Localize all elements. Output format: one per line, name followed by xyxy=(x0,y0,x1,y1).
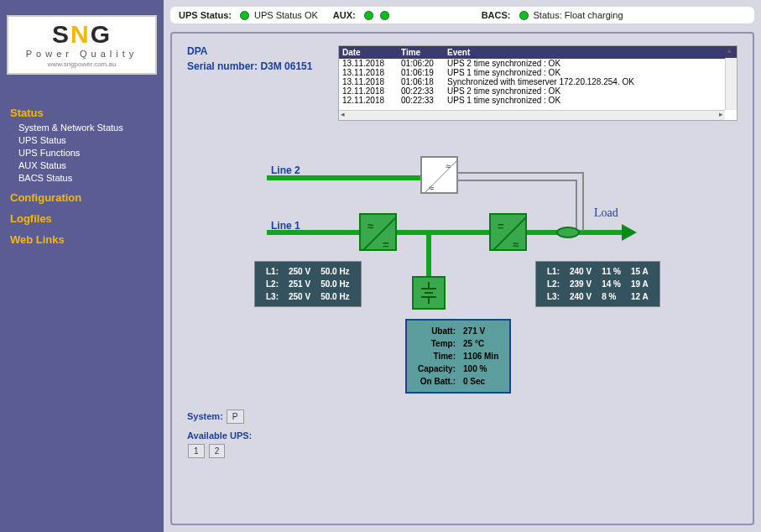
output-switch xyxy=(556,227,580,238)
rectifier-block: ≈ = xyxy=(359,213,397,251)
logo-brand: SNG xyxy=(12,22,152,47)
nav-weblinks[interactable]: Web Links xyxy=(10,233,154,246)
nav-status[interactable]: Status xyxy=(10,107,154,119)
load-label: Load xyxy=(594,206,618,220)
status-bar: UPS Status: UPS Status OK AUX: BACS: Sta… xyxy=(170,7,754,23)
system-label: System: xyxy=(187,411,223,421)
inverter-block: = ≈ xyxy=(489,213,527,251)
aux-led-1-icon xyxy=(364,11,373,20)
battery-wire xyxy=(426,232,431,279)
event-log[interactable]: DateTimeEvent 13.11.201801:06:20UPS 2 ti… xyxy=(338,45,738,121)
svg-text:≈: ≈ xyxy=(429,183,434,193)
available-ups-label: Available UPS: xyxy=(187,430,252,441)
output-phase-readings: L1:240 V11 %15 A L2:239 V14 %19 A L3:240… xyxy=(535,261,660,307)
svg-text:=: = xyxy=(498,220,504,232)
line2-label: Line 2 xyxy=(271,164,300,176)
battery-readings: Ubatt:271 V Temp:25 °C Time:1106 Min Cap… xyxy=(405,319,511,394)
system-p-button[interactable]: P xyxy=(227,409,244,424)
ups-diagram: Line 2 Line 1 Load ≈ xyxy=(187,146,738,406)
log-header: DateTimeEvent xyxy=(339,46,737,59)
log-row: 12.11.201800:22:33UPS 1 time synchronize… xyxy=(339,96,737,105)
nav-item-bacs-status[interactable]: BACS Status xyxy=(18,173,154,183)
ups-status-label: UPS Status: xyxy=(179,10,232,20)
nav-item-ups-status[interactable]: UPS Status xyxy=(18,135,154,145)
ups-2-button[interactable]: 2 xyxy=(209,444,226,458)
svg-text:≈: ≈ xyxy=(513,238,519,251)
svg-text:≈: ≈ xyxy=(367,220,373,232)
ups-status-value: UPS Status OK xyxy=(254,10,318,20)
input-phase-readings: L1:250 V50.0 Hz L2:251 V50.0 Hz L3:250 V… xyxy=(254,261,362,307)
logo: SNG Power Quality www.sngpower.com.au xyxy=(7,15,157,75)
nav: Status System & Network Status UPS Statu… xyxy=(0,81,164,266)
aux-label: AUX: xyxy=(333,10,356,20)
nav-item-system[interactable]: System & Network Status xyxy=(18,123,154,133)
bacs-value: Status: Float charging xyxy=(534,10,623,20)
logo-url: www.sngpower.com.au xyxy=(12,60,152,68)
main: UPS Status: UPS Status OK AUX: BACS: Sta… xyxy=(164,0,761,532)
line2-wire xyxy=(267,175,422,180)
log-row: 13.11.201801:06:18Synchronized with time… xyxy=(339,77,737,86)
sidebar: SNG Power Quality www.sngpower.com.au St… xyxy=(0,0,164,532)
nav-item-ups-functions[interactable]: UPS Functions xyxy=(18,148,154,158)
nav-configuration[interactable]: Configuration xyxy=(10,191,154,204)
ups-status-led-icon xyxy=(240,11,249,20)
load-arrow-icon xyxy=(622,224,637,241)
nav-item-aux-status[interactable]: AUX Status xyxy=(18,160,154,170)
aux-led-2-icon xyxy=(380,11,389,20)
content-panel: DPA Serial number: D3M 06151 DateTimeEve… xyxy=(170,32,754,525)
log-row: 13.11.201801:06:19UPS 1 time synchronize… xyxy=(339,68,737,77)
log-row: 13.11.201801:06:20UPS 2 time synchronize… xyxy=(339,59,737,68)
logo-subtitle: Power Quality xyxy=(12,49,152,59)
battery-block xyxy=(412,276,446,310)
nav-logfiles[interactable]: Logfiles xyxy=(10,212,154,225)
svg-text:=: = xyxy=(383,238,389,251)
log-scrollbar-v[interactable] xyxy=(725,58,737,110)
log-scrollbar-h[interactable] xyxy=(339,110,725,120)
ups-1-button[interactable]: 1 xyxy=(188,444,205,458)
product-name: DPA xyxy=(187,45,321,57)
serial-number: Serial number: D3M 06151 xyxy=(187,60,321,72)
bypass-block: ≈ ≈ xyxy=(420,156,458,194)
bacs-label: BACS: xyxy=(482,10,511,20)
bacs-led-icon xyxy=(519,11,529,20)
log-row: 12.11.201800:22:33UPS 2 time synchronize… xyxy=(339,86,737,96)
svg-text:≈: ≈ xyxy=(446,161,451,171)
